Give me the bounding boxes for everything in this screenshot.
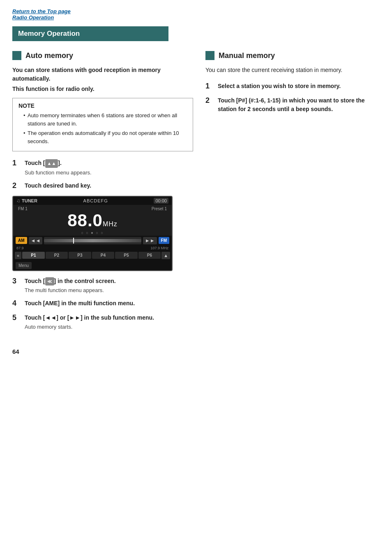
auto-memory-title: Auto memory bbox=[25, 51, 73, 60]
step-3: 3 Touch [≪] in the control screen. The m… bbox=[12, 277, 193, 294]
right-step-1: 1 Select a station you wish to store in … bbox=[205, 82, 380, 91]
tuner-seek-bar bbox=[44, 237, 141, 244]
step-4-num: 4 bbox=[12, 299, 21, 308]
tuner-screen: ♫ TUNER ABCDEFG 00:00 FM 1 Preset 1 88.0… bbox=[12, 196, 173, 271]
manual-memory-color-box bbox=[205, 51, 214, 60]
tuner-time: 00:00 bbox=[154, 198, 168, 204]
tuner-preset-btn-p2[interactable]: P2 bbox=[46, 252, 68, 259]
tuner-preset-row-btns: « P1 P2 P3 P4 P5 P6 ▲ bbox=[13, 251, 172, 260]
breadcrumb: Return to the Top page Radio Operation bbox=[12, 8, 380, 21]
auto-memory-color-box bbox=[12, 51, 21, 60]
auto-memory-intro-bold: You can store stations with good recepti… bbox=[12, 66, 193, 83]
tuner-next-button[interactable]: ►► bbox=[143, 237, 157, 244]
step-3-num: 3 bbox=[12, 277, 21, 285]
page-number: 64 bbox=[12, 348, 380, 355]
tuner-fm-button[interactable]: FM bbox=[159, 237, 169, 244]
page-title: Memory Operation bbox=[12, 26, 168, 41]
tuner-freq-value: 88.0 bbox=[67, 211, 103, 230]
tuner-station-name: ABCDEFG bbox=[83, 198, 108, 203]
step-3-label: Touch [≪] in the control screen. bbox=[25, 277, 116, 286]
step-5: 5 Touch [◄◄] or [►►] in the sub function… bbox=[12, 313, 193, 330]
step-4-label: Touch [AME] in the multi function menu. bbox=[25, 299, 135, 308]
subfunc-icon: ▲▲ bbox=[45, 159, 58, 168]
auto-memory-intro-sub: This function is for radio only. bbox=[12, 86, 193, 92]
tuner-seek-right-label: 107.9 MHz bbox=[150, 246, 168, 250]
tuner-freq-unit: MHz bbox=[103, 220, 118, 227]
tuner-preset-nav-next[interactable]: ▲ bbox=[161, 252, 170, 259]
tuner-seek-bar-row: AM ◄◄ ►► FM bbox=[13, 236, 172, 246]
right-column: Manual memory You can store the current … bbox=[205, 51, 380, 336]
tuner-seek-left-label: 87.9 bbox=[16, 246, 24, 250]
step-5-label: Touch [◄◄] or [►►] in the sub function m… bbox=[25, 313, 154, 322]
tuner-preset-btn-p1[interactable]: P1 bbox=[22, 252, 45, 259]
step-1-num: 1 bbox=[12, 159, 21, 167]
right-step-1-label: Select a station you wish to store in me… bbox=[218, 82, 341, 91]
tuner-preset-btn-p5[interactable]: P5 bbox=[115, 252, 138, 259]
step-2-label: Touch desired band key. bbox=[25, 181, 91, 190]
manual-memory-title: Manual memory bbox=[219, 51, 275, 60]
step-2-num: 2 bbox=[12, 181, 21, 190]
breadcrumb-link-radio[interactable]: Radio Operation bbox=[12, 14, 54, 21]
tuner-preset-nav-prev[interactable]: « bbox=[15, 252, 21, 259]
tuner-band: FM 1 bbox=[18, 207, 28, 211]
right-step-2-label: Touch [P#] (#:1-6, 1-15) in which you wa… bbox=[218, 96, 380, 114]
step-4: 4 Touch [AME] in the multi function menu… bbox=[12, 299, 193, 308]
tuner-freq: 88.0MHz bbox=[67, 211, 118, 230]
tuner-preset-btn-p3[interactable]: P3 bbox=[69, 252, 91, 259]
right-step-2-num: 2 bbox=[205, 96, 214, 105]
right-step-1-num: 1 bbox=[205, 82, 214, 91]
tuner-menu-button[interactable]: Menu bbox=[16, 262, 32, 269]
tuner-seek-fill bbox=[44, 239, 141, 242]
tuner-top-bar: ♫ TUNER ABCDEFG 00:00 bbox=[13, 197, 172, 205]
tuner-prev-button[interactable]: ◄◄ bbox=[29, 237, 43, 244]
note-item-1: Auto memory terminates when 6 stations a… bbox=[23, 111, 187, 128]
step-3-desc: The multi function menu appears. bbox=[25, 287, 193, 293]
right-step-2: 2 Touch [P#] (#:1-6, 1-15) in which you … bbox=[205, 96, 380, 114]
step-1: 1 Touch [▲▲]. Sub function menu appears. bbox=[12, 159, 193, 176]
manual-memory-header: Manual memory bbox=[205, 51, 380, 60]
step-5-num: 5 bbox=[12, 313, 21, 322]
auto-memory-header: Auto memory bbox=[12, 51, 193, 60]
note-box: NOTE Auto memory terminates when 6 stati… bbox=[12, 98, 193, 151]
tuner-preset-btn-p6[interactable]: P6 bbox=[138, 252, 161, 259]
tuner-preset: Preset 1 bbox=[152, 207, 167, 211]
tuner-sub-row: 87.9 107.9 MHz bbox=[13, 246, 172, 251]
multifunc-icon: ≪ bbox=[45, 277, 54, 286]
tuner-seek-indicator bbox=[73, 238, 74, 244]
tuner-rds: ○ ○ ● ○ ○ bbox=[81, 231, 104, 235]
step-2: 2 Touch desired band key. bbox=[12, 181, 193, 190]
note-item-2: The operation ends automatically if you … bbox=[23, 129, 187, 145]
tuner-middle: FM 1 Preset 1 88.0MHz ○ ○ ● ○ ○ bbox=[13, 205, 172, 236]
tuner-preset-btn-p4[interactable]: P4 bbox=[92, 252, 115, 259]
note-title: NOTE bbox=[18, 102, 187, 109]
step-1-label: Touch [▲▲]. bbox=[25, 159, 62, 168]
step-1-desc: Sub function menu appears. bbox=[25, 169, 193, 176]
step-5-desc: Auto memory starts. bbox=[25, 324, 193, 330]
tuner-am-button[interactable]: AM bbox=[16, 237, 27, 244]
tuner-brand-label: TUNER bbox=[22, 198, 37, 203]
tuner-brand: ♫ TUNER bbox=[16, 198, 37, 204]
tuner-brand-icon: ♫ bbox=[16, 198, 20, 204]
breadcrumb-link-top[interactable]: Return to the Top page bbox=[12, 8, 71, 14]
left-column: Auto memory You can store stations with … bbox=[12, 51, 193, 336]
manual-memory-intro: You can store the current receiving stat… bbox=[205, 66, 380, 74]
